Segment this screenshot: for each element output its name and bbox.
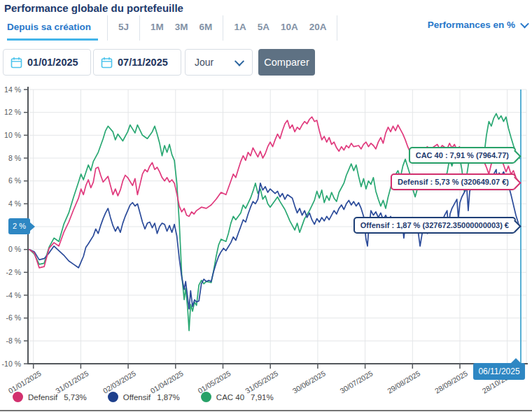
svg-text:-4 %: -4 % [6, 291, 21, 299]
filters-bar: 01/01/2025 07/11/2025 Jour Comparer [0, 49, 532, 77]
legend-value: 7,91% [251, 393, 274, 402]
performance-unit-label: Performances en % [428, 20, 515, 30]
svg-text:-2 %: -2 % [6, 268, 21, 276]
cac40-dot-icon [201, 392, 211, 402]
start-date-input[interactable]: 01/01/2025 [3, 49, 91, 76]
interval-select[interactable]: Jour [185, 49, 253, 76]
tab-group-divider [337, 15, 337, 41]
svg-text:-8 %: -8 % [6, 336, 21, 345]
window-bottom-border [0, 410, 532, 411]
legend-value: 1,87% [157, 393, 180, 402]
tab-20a[interactable]: 20A [304, 15, 332, 41]
svg-text:4 %: 4 % [8, 199, 21, 208]
interval-value: Jour [195, 57, 214, 68]
tab-1a[interactable]: 1A [228, 15, 251, 41]
svg-text:0 %: 0 % [8, 245, 21, 253]
series-offensif [29, 169, 521, 308]
svg-text:8 %: 8 % [8, 154, 21, 162]
chart-legend: Defensif 5,73% Offensif 1,87% CAC 40 7,9… [13, 392, 274, 402]
svg-text:30/06/2025: 30/06/2025 [291, 369, 327, 395]
page-title: Performance globale du portefeuille [4, 2, 183, 14]
svg-text:10 %: 10 % [4, 131, 21, 139]
svg-text:-6 %: -6 % [6, 313, 21, 322]
chevron-down-icon [520, 20, 529, 29]
tab-group-divider [139, 15, 140, 41]
performance-chart[interactable]: 14 %12 %10 %8 %6 %4 %2 %0 %-2 %-4 %-6 %-… [0, 83, 532, 395]
tab-3m[interactable]: 3M [169, 15, 194, 41]
tab-group-divider [223, 15, 223, 41]
tab-5a[interactable]: 5A [252, 15, 275, 41]
tab-5j[interactable]: 5J [113, 15, 134, 41]
tooltip-cac40: CAC 40 : 7,91 % (7964.77) [409, 147, 516, 164]
legend-label: Offensif [123, 393, 150, 402]
legend-item-defensif[interactable]: Defensif 5,73% [13, 392, 87, 402]
chevron-down-icon [234, 57, 244, 66]
offensif-dot-icon [108, 392, 118, 402]
tab-group-divider [107, 15, 108, 41]
start-date-value: 01/01/2025 [27, 57, 78, 68]
svg-text:29/08/2025: 29/08/2025 [386, 369, 421, 395]
tooltip-offensif: Offensif : 1,87 % (327672.35000000003) € [354, 217, 516, 234]
svg-text:14 %: 14 % [4, 85, 21, 94]
svg-text:30/07/2025: 30/07/2025 [338, 369, 374, 395]
range-tabs-bar: Depuis sa création 5J 1M 3M 6M 1A 5A 10A… [7, 15, 342, 41]
svg-text:6 %: 6 % [8, 176, 21, 185]
tab-10a[interactable]: 10A [275, 15, 304, 41]
x-axis-highlight-badge: 06/11/2025 [473, 363, 525, 380]
end-date-value: 07/11/2025 [118, 57, 168, 68]
tab-6m[interactable]: 6M [194, 15, 218, 41]
svg-text:-10 %: -10 % [2, 360, 21, 368]
calendar-icon [101, 57, 113, 69]
legend-label: Defensif [28, 393, 57, 402]
y-axis-highlight-badge: 2 % [8, 218, 30, 234]
svg-text:28/09/2025: 28/09/2025 [433, 369, 469, 395]
compare-button[interactable]: Comparer [258, 49, 315, 76]
end-date-input[interactable]: 07/11/2025 [93, 49, 181, 76]
legend-label: CAC 40 [216, 393, 244, 402]
tab-1m[interactable]: 1M [145, 15, 169, 41]
legend-item-offensif[interactable]: Offensif 1,87% [108, 392, 180, 402]
legend-value: 5,73% [64, 393, 87, 402]
svg-text:12 %: 12 % [4, 108, 21, 116]
tooltip-defensif: Defensif : 5,73 % (320649.07 €) [391, 173, 516, 190]
portfolio-performance-page: Performance globale du portefeuille Depu… [0, 0, 532, 412]
legend-item-cac40[interactable]: CAC 40 7,91% [201, 392, 274, 402]
calendar-icon [10, 57, 22, 69]
defensif-dot-icon [13, 392, 23, 402]
performance-unit-dropdown[interactable]: Performances en % [428, 20, 528, 30]
tab-depuis-sa-creation[interactable]: Depuis sa création [7, 15, 98, 41]
